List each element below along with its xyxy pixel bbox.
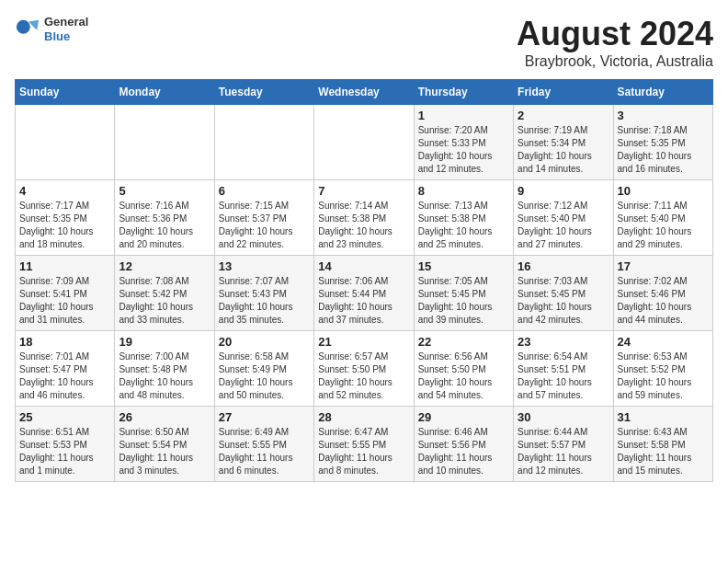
- day-info: Sunrise: 7:08 AM Sunset: 5:42 PM Dayligh…: [119, 275, 210, 327]
- title-block: August 2024 Braybrook, Victoria, Austral…: [517, 15, 713, 70]
- day-number: 15: [418, 259, 509, 273]
- calendar-cell: 25Sunrise: 6:51 AM Sunset: 5:53 PM Dayli…: [16, 407, 115, 482]
- header-day-wednesday: Wednesday: [314, 80, 414, 105]
- day-number: 16: [518, 259, 609, 273]
- calendar-cell: 8Sunrise: 7:13 AM Sunset: 5:38 PM Daylig…: [414, 180, 513, 256]
- week-row-3: 18Sunrise: 7:01 AM Sunset: 5:47 PM Dayli…: [16, 331, 713, 407]
- day-info: Sunrise: 6:44 AM Sunset: 5:57 PM Dayligh…: [518, 426, 609, 477]
- day-info: Sunrise: 7:03 AM Sunset: 5:45 PM Dayligh…: [518, 275, 609, 327]
- day-number: 1: [418, 109, 509, 122]
- logo-icon: [15, 17, 40, 42]
- day-info: Sunrise: 6:46 AM Sunset: 5:56 PM Dayligh…: [418, 426, 509, 477]
- calendar-cell: 27Sunrise: 6:49 AM Sunset: 5:55 PM Dayli…: [214, 407, 313, 482]
- calendar-cell: 23Sunrise: 6:54 AM Sunset: 5:51 PM Dayli…: [514, 331, 613, 407]
- calendar-cell: 21Sunrise: 6:57 AM Sunset: 5:50 PM Dayli…: [314, 331, 414, 407]
- header-row: SundayMondayTuesdayWednesdayThursdayFrid…: [16, 80, 713, 105]
- day-number: 26: [119, 410, 210, 424]
- calendar-cell: [214, 105, 313, 180]
- day-info: Sunrise: 7:05 AM Sunset: 5:45 PM Dayligh…: [418, 275, 509, 327]
- header-day-tuesday: Tuesday: [214, 80, 313, 105]
- day-number: 23: [518, 335, 609, 349]
- calendar-cell: 14Sunrise: 7:06 AM Sunset: 5:44 PM Dayli…: [314, 256, 414, 331]
- day-info: Sunrise: 7:14 AM Sunset: 5:38 PM Dayligh…: [318, 200, 409, 251]
- svg-marker-1: [28, 19, 39, 29]
- day-info: Sunrise: 6:43 AM Sunset: 5:58 PM Dayligh…: [618, 426, 709, 477]
- calendar-cell: 31Sunrise: 6:43 AM Sunset: 5:58 PM Dayli…: [613, 407, 712, 482]
- calendar-cell: 24Sunrise: 6:53 AM Sunset: 5:52 PM Dayli…: [613, 331, 712, 407]
- day-number: 4: [19, 184, 110, 198]
- calendar-cell: 1Sunrise: 7:20 AM Sunset: 5:33 PM Daylig…: [414, 105, 513, 180]
- calendar-cell: 15Sunrise: 7:05 AM Sunset: 5:45 PM Dayli…: [414, 256, 513, 331]
- calendar-cell: 18Sunrise: 7:01 AM Sunset: 5:47 PM Dayli…: [16, 331, 115, 407]
- svg-point-0: [17, 19, 30, 33]
- day-number: 6: [219, 184, 310, 198]
- week-row-4: 25Sunrise: 6:51 AM Sunset: 5:53 PM Dayli…: [16, 407, 713, 482]
- calendar-cell: 12Sunrise: 7:08 AM Sunset: 5:42 PM Dayli…: [115, 256, 214, 331]
- day-info: Sunrise: 7:02 AM Sunset: 5:46 PM Dayligh…: [618, 275, 709, 327]
- day-info: Sunrise: 6:56 AM Sunset: 5:50 PM Dayligh…: [418, 350, 509, 402]
- day-number: 31: [618, 410, 709, 424]
- calendar-cell: 29Sunrise: 6:46 AM Sunset: 5:56 PM Dayli…: [414, 407, 513, 482]
- day-number: 28: [318, 410, 409, 424]
- calendar-header: SundayMondayTuesdayWednesdayThursdayFrid…: [16, 80, 713, 105]
- week-row-2: 11Sunrise: 7:09 AM Sunset: 5:41 PM Dayli…: [16, 256, 713, 331]
- week-row-0: 1Sunrise: 7:20 AM Sunset: 5:33 PM Daylig…: [16, 105, 713, 180]
- calendar-cell: 4Sunrise: 7:17 AM Sunset: 5:35 PM Daylig…: [16, 180, 115, 256]
- day-info: Sunrise: 6:54 AM Sunset: 5:51 PM Dayligh…: [518, 350, 609, 402]
- calendar-cell: 30Sunrise: 6:44 AM Sunset: 5:57 PM Dayli…: [514, 407, 613, 482]
- calendar-cell: 10Sunrise: 7:11 AM Sunset: 5:40 PM Dayli…: [613, 180, 712, 256]
- day-info: Sunrise: 7:11 AM Sunset: 5:40 PM Dayligh…: [618, 200, 709, 251]
- day-info: Sunrise: 7:07 AM Sunset: 5:43 PM Dayligh…: [219, 275, 310, 327]
- week-row-1: 4Sunrise: 7:17 AM Sunset: 5:35 PM Daylig…: [16, 180, 713, 256]
- day-info: Sunrise: 6:58 AM Sunset: 5:49 PM Dayligh…: [219, 350, 310, 402]
- header-day-thursday: Thursday: [414, 80, 513, 105]
- page-header: General Blue August 2024 Braybrook, Vict…: [15, 15, 713, 70]
- calendar-cell: 19Sunrise: 7:00 AM Sunset: 5:48 PM Dayli…: [115, 331, 214, 407]
- day-info: Sunrise: 7:09 AM Sunset: 5:41 PM Dayligh…: [19, 275, 110, 327]
- day-number: 22: [418, 335, 509, 349]
- day-number: 27: [219, 410, 310, 424]
- day-info: Sunrise: 7:18 AM Sunset: 5:35 PM Dayligh…: [618, 124, 709, 176]
- logo-blue: Blue: [44, 29, 88, 44]
- calendar-cell: [115, 105, 214, 180]
- day-info: Sunrise: 7:12 AM Sunset: 5:40 PM Dayligh…: [518, 200, 609, 251]
- page-subtitle: Braybrook, Victoria, Australia: [517, 53, 713, 70]
- calendar-cell: 13Sunrise: 7:07 AM Sunset: 5:43 PM Dayli…: [214, 256, 313, 331]
- day-info: Sunrise: 7:06 AM Sunset: 5:44 PM Dayligh…: [318, 275, 409, 327]
- day-info: Sunrise: 6:53 AM Sunset: 5:52 PM Dayligh…: [618, 350, 709, 402]
- calendar-cell: 28Sunrise: 6:47 AM Sunset: 5:55 PM Dayli…: [314, 407, 414, 482]
- day-info: Sunrise: 7:16 AM Sunset: 5:36 PM Dayligh…: [119, 200, 210, 251]
- day-info: Sunrise: 6:57 AM Sunset: 5:50 PM Dayligh…: [318, 350, 409, 402]
- logo-general: General: [44, 15, 88, 29]
- day-number: 8: [418, 184, 509, 198]
- day-number: 24: [618, 335, 709, 349]
- calendar-cell: 16Sunrise: 7:03 AM Sunset: 5:45 PM Dayli…: [514, 256, 613, 331]
- day-number: 11: [19, 259, 110, 273]
- day-number: 19: [119, 335, 210, 349]
- calendar-table: SundayMondayTuesdayWednesdayThursdayFrid…: [15, 79, 713, 482]
- day-number: 30: [518, 410, 609, 424]
- day-info: Sunrise: 6:51 AM Sunset: 5:53 PM Dayligh…: [19, 426, 110, 477]
- day-number: 29: [418, 410, 509, 424]
- header-day-sunday: Sunday: [16, 80, 115, 105]
- day-number: 7: [318, 184, 409, 198]
- header-day-friday: Friday: [514, 80, 613, 105]
- calendar-cell: [314, 105, 414, 180]
- calendar-cell: 2Sunrise: 7:19 AM Sunset: 5:34 PM Daylig…: [514, 105, 613, 180]
- day-info: Sunrise: 6:47 AM Sunset: 5:55 PM Dayligh…: [318, 426, 409, 477]
- calendar-cell: 7Sunrise: 7:14 AM Sunset: 5:38 PM Daylig…: [314, 180, 414, 256]
- page-title: August 2024: [517, 15, 713, 53]
- day-info: Sunrise: 6:50 AM Sunset: 5:54 PM Dayligh…: [119, 426, 210, 477]
- day-info: Sunrise: 7:20 AM Sunset: 5:33 PM Dayligh…: [418, 124, 509, 176]
- calendar-cell: 17Sunrise: 7:02 AM Sunset: 5:46 PM Dayli…: [613, 256, 712, 331]
- day-info: Sunrise: 7:15 AM Sunset: 5:37 PM Dayligh…: [219, 200, 310, 251]
- calendar-cell: 20Sunrise: 6:58 AM Sunset: 5:49 PM Dayli…: [214, 331, 313, 407]
- day-info: Sunrise: 7:01 AM Sunset: 5:47 PM Dayligh…: [19, 350, 110, 402]
- day-info: Sunrise: 6:49 AM Sunset: 5:55 PM Dayligh…: [219, 426, 310, 477]
- day-number: 12: [119, 259, 210, 273]
- calendar-cell: 11Sunrise: 7:09 AM Sunset: 5:41 PM Dayli…: [16, 256, 115, 331]
- day-number: 3: [618, 109, 709, 122]
- day-number: 2: [518, 109, 609, 122]
- header-day-saturday: Saturday: [613, 80, 712, 105]
- day-info: Sunrise: 7:17 AM Sunset: 5:35 PM Dayligh…: [19, 200, 110, 251]
